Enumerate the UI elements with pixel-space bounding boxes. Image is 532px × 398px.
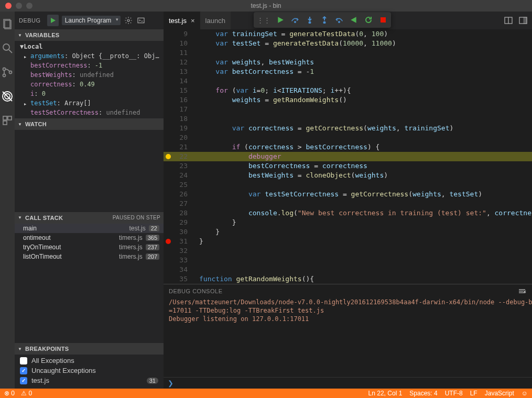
status-language[interactable]: JavaScript bbox=[485, 390, 514, 397]
debug-panel-label: DEBUG bbox=[19, 17, 41, 24]
svg-point-4 bbox=[3, 68, 6, 71]
code-line[interactable]: 32 bbox=[164, 246, 532, 256]
code-line[interactable]: 25 bbox=[164, 180, 532, 190]
code-line[interactable]: 24 bestWeights = cloneObject(weights) bbox=[164, 171, 532, 180]
variables-section-header[interactable]: ▼ VARIABLES bbox=[15, 29, 164, 41]
watch-body[interactable] bbox=[15, 130, 164, 212]
code-line[interactable]: 31} bbox=[164, 237, 532, 246]
console-input[interactable]: ❯ bbox=[164, 377, 532, 389]
checkbox-checked-icon[interactable]: ✓ bbox=[20, 367, 27, 374]
status-encoding[interactable]: UTF-8 bbox=[445, 390, 463, 397]
step-back-button[interactable] bbox=[334, 15, 344, 25]
editor-tab[interactable]: launch bbox=[200, 12, 231, 29]
status-errors[interactable]: ⊗ 0 bbox=[4, 390, 15, 397]
step-out-button[interactable] bbox=[320, 15, 329, 25]
debug-console-toggle-icon[interactable] bbox=[136, 16, 146, 25]
split-editor-icon[interactable] bbox=[504, 16, 513, 25]
code-line[interactable]: 17 bbox=[164, 105, 532, 114]
code-line[interactable]: 30 } bbox=[164, 227, 532, 237]
svg-rect-15 bbox=[138, 18, 144, 23]
code-line[interactable]: 26 var testSetCorrectness = getCorrectne… bbox=[164, 190, 532, 199]
debug-console-panel: DEBUG CONSOLE ⌄ /Users/mattzeunert/Downl… bbox=[164, 284, 532, 389]
code-line[interactable]: 21 if (correctness > bestCorrectness) { bbox=[164, 142, 532, 152]
launch-config-select[interactable]: Launch Program bbox=[62, 16, 121, 25]
svg-rect-12 bbox=[3, 121, 7, 125]
watch-section-header[interactable]: ▼ WATCH bbox=[15, 118, 164, 130]
editor-tab[interactable]: test.js× bbox=[164, 12, 200, 29]
variable-row[interactable]: correctness: 0.49 bbox=[17, 80, 164, 89]
variable-row[interactable]: bestWeights: undefined bbox=[17, 70, 164, 80]
code-line[interactable]: 29 } bbox=[164, 218, 532, 227]
step-into-button[interactable] bbox=[305, 15, 314, 25]
breakpoint-icon[interactable] bbox=[166, 239, 171, 244]
breakpoint-row[interactable]: ✓test.js31 bbox=[15, 375, 164, 385]
step-over-button[interactable] bbox=[290, 15, 300, 25]
callstack-frame[interactable]: listOnTimeouttimers.js207 bbox=[15, 252, 164, 261]
extensions-icon[interactable] bbox=[0, 113, 15, 128]
svg-marker-21 bbox=[351, 17, 356, 23]
code-line[interactable]: 16 weights = getRandomWeights() bbox=[164, 95, 532, 105]
status-warnings[interactable]: ⚠ 0 bbox=[21, 390, 32, 397]
search-icon[interactable] bbox=[0, 41, 15, 56]
code-line[interactable]: 13 var bestCorrectness = -1 bbox=[164, 67, 532, 76]
reverse-button[interactable] bbox=[349, 15, 359, 25]
checkbox-checked-icon[interactable]: ✓ bbox=[20, 377, 27, 384]
checkbox-icon[interactable] bbox=[20, 357, 27, 364]
variables-label: VARIABLES bbox=[25, 32, 59, 38]
status-cursor[interactable]: Ln 22, Col 1 bbox=[368, 390, 403, 397]
console-output[interactable]: /Users/mattzeunert/Downloads/node-v7.0.0… bbox=[164, 298, 532, 377]
callstack-frame[interactable]: maintest.js22 bbox=[15, 224, 164, 233]
breakpoint-current-icon[interactable] bbox=[166, 154, 171, 159]
callstack-frame[interactable]: ontimeouttimers.js365 bbox=[15, 233, 164, 242]
code-line[interactable]: 34 bbox=[164, 265, 532, 274]
code-line[interactable]: 35function getRandomWeights(){ bbox=[164, 274, 532, 284]
layout-icon[interactable] bbox=[518, 16, 528, 25]
status-indent[interactable]: Spaces: 4 bbox=[409, 390, 437, 397]
code-line[interactable]: 12 var weights, bestWeights bbox=[164, 58, 532, 67]
variable-row[interactable]: testSetCorrectness: undefined bbox=[17, 108, 164, 117]
breakpoint-row[interactable]: ✓Uncaught Exceptions bbox=[15, 366, 164, 375]
code-line[interactable]: 33 bbox=[164, 256, 532, 265]
callstack-frame[interactable]: tryOnTimeouttimers.js237 bbox=[15, 242, 164, 252]
source-control-icon[interactable] bbox=[0, 65, 15, 80]
callstack-section-header[interactable]: ▼ CALL STACK PAUSED ON STEP bbox=[15, 212, 164, 224]
code-line[interactable]: 18 bbox=[164, 114, 532, 124]
window-maximize-button[interactable] bbox=[26, 3, 32, 9]
stop-button[interactable] bbox=[378, 15, 388, 25]
status-eol[interactable]: LF bbox=[470, 390, 477, 397]
window-minimize-button[interactable] bbox=[16, 3, 22, 9]
gear-icon[interactable] bbox=[124, 16, 133, 25]
debug-icon[interactable] bbox=[0, 89, 15, 104]
drag-handle-icon[interactable]: ⋮⋮ bbox=[257, 16, 270, 24]
code-line[interactable]: 28 console.log("New best correctness in … bbox=[164, 208, 532, 218]
editor-body[interactable]: 9 var trainingSet = generateTestData(0, … bbox=[164, 29, 532, 284]
code-line[interactable]: 10 var testSet = generateTestData(10000,… bbox=[164, 39, 532, 48]
svg-rect-11 bbox=[8, 116, 12, 120]
code-line[interactable]: 15 for (var i=0; i<ITERATIONS; i++){ bbox=[164, 86, 532, 95]
feedback-icon[interactable]: ☺ bbox=[522, 390, 528, 397]
variable-row[interactable]: ▶testSet: Array[] bbox=[17, 98, 164, 108]
continue-button[interactable] bbox=[276, 15, 285, 25]
breakpoints-section-header[interactable]: ▼ BREAKPOINTS bbox=[15, 343, 164, 355]
variable-row[interactable]: i: 0 bbox=[17, 89, 164, 98]
breakpoint-row[interactable]: All Exceptions bbox=[15, 356, 164, 366]
code-line[interactable]: 27 bbox=[164, 199, 532, 208]
code-line[interactable]: 19 var correctness = getCorrectness(weig… bbox=[164, 124, 532, 133]
start-debugging-button[interactable] bbox=[47, 15, 59, 26]
code-line[interactable]: 14 bbox=[164, 76, 532, 86]
code-line[interactable]: 11 bbox=[164, 48, 532, 58]
variable-row[interactable]: bestCorrectness: -1 bbox=[17, 61, 164, 70]
close-icon[interactable]: × bbox=[191, 17, 195, 25]
code-line[interactable]: 22 debugger bbox=[164, 152, 532, 161]
code-line[interactable]: 20 bbox=[164, 133, 532, 142]
code-line[interactable]: 9 var trainingSet = generateTestData(0, … bbox=[164, 29, 532, 39]
variable-row[interactable]: ▶arguments: Object {__proto__: Object,… bbox=[17, 51, 164, 61]
restart-button[interactable] bbox=[364, 15, 373, 25]
clear-console-icon[interactable] bbox=[517, 286, 527, 296]
svg-point-6 bbox=[9, 71, 12, 74]
explorer-icon[interactable] bbox=[0, 17, 15, 31]
local-scope-row[interactable]: ▼Local bbox=[17, 42, 164, 51]
variables-body: ▼Local ▶arguments: Object {__proto__: Ob… bbox=[15, 41, 164, 118]
window-close-button[interactable] bbox=[5, 3, 12, 9]
code-line[interactable]: 23 bestCorrectness = correctness bbox=[164, 161, 532, 171]
